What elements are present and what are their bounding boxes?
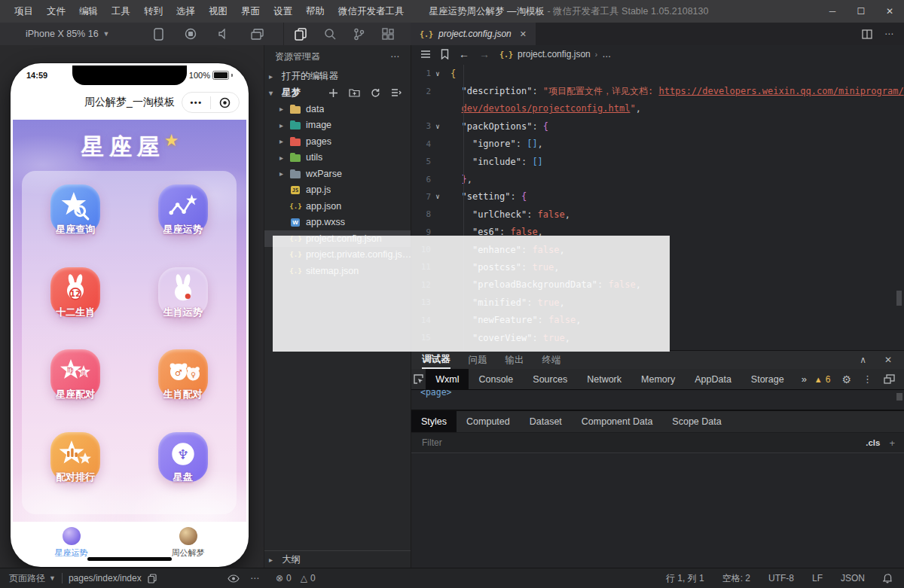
feature-constellation-query[interactable]: 星座查询 [22,184,130,256]
split-editor-icon[interactable] [862,29,872,39]
elements-scrollbar-thumb[interactable] [896,393,902,401]
code-line-2-wrap[interactable]: dev/devtools/projectconfig.html", [411,100,904,117]
debugger-tab-1[interactable]: 问题 [469,351,487,369]
menu-item-5[interactable]: 选择 [170,5,202,18]
language-mode[interactable]: JSON [841,573,865,583]
feature-zodiac-match[interactable]: ♂♀ 生肖配对 [130,349,237,421]
code-line-6[interactable]: 6 }, [411,170,904,187]
code-line-5[interactable]: 5 "include": [] [411,153,904,170]
sound-icon[interactable] [218,29,230,39]
fold-icon[interactable]: ∨ [431,123,444,130]
tab-project-config-json[interactable]: {.} project.config.json ✕ [411,23,536,45]
feature-zodiac-fortune[interactable]: 生肖运势 [130,267,237,339]
menu-item-3[interactable]: 工具 [105,5,137,18]
feature-match-ranking[interactable]: 配对排行 [22,432,130,504]
style-tab-3[interactable]: Component Data [572,411,663,432]
devtools-tab-appdata[interactable]: AppData [685,369,741,389]
fold-icon[interactable]: ∨ [431,70,444,78]
more-actions-icon[interactable]: ⋯ [884,29,893,39]
explorer-item-6[interactable]: app.json [264,198,411,215]
feature-twelve-zodiac[interactable]: 12 十二生肖 [22,267,130,339]
menu-item-7[interactable]: 界面 [234,5,267,18]
explorer-item-4[interactable]: ▸wxParse [264,166,411,182]
open-editors-section[interactable]: ▸ 打开的编辑器 [264,68,411,84]
page-path-selector[interactable]: 页面路径 ▼ [9,572,56,585]
refresh-icon[interactable] [371,88,380,98]
new-style-rule-button[interactable]: + [889,437,895,449]
maximize-button[interactable]: ☐ [847,0,875,23]
devtools-tab-console[interactable]: Console [469,369,523,389]
code-line-8[interactable]: 8 "urlCheck": false, [411,206,904,223]
code-line-1[interactable]: 1∨{ [411,65,904,82]
debugger-tab-0[interactable]: 调试器 [422,351,450,369]
debugger-tab-2[interactable]: 输出 [505,351,524,369]
feature-constellation-fortune[interactable]: 星座运势 [130,184,237,256]
style-tab-4[interactable]: Scope Data [662,411,731,432]
encoding[interactable]: UTF-8 [768,573,794,583]
close-panel-icon[interactable]: ✕ [884,355,892,365]
undock-icon[interactable] [884,374,895,384]
eol-sequence[interactable]: LF [812,573,823,583]
style-tab-2[interactable]: Dataset [520,411,572,432]
files-icon[interactable] [295,28,307,41]
devtools-tab-memory[interactable]: Memory [631,369,685,389]
devtools-tab-wxml[interactable]: Wxml [426,369,469,389]
back-icon[interactable]: ← [459,48,469,60]
new-file-icon[interactable] [328,88,338,98]
bookmark-icon[interactable] [441,49,449,59]
style-tab-1[interactable]: Computed [457,411,520,432]
styles-filter-input[interactable] [420,437,866,449]
menu-item-0[interactable]: 项目 [8,5,40,18]
menu-item-1[interactable]: 文件 [40,5,72,18]
problems-counts[interactable]: ⊗ 0 △ 0 [264,573,316,583]
page-path-value[interactable]: pages/index/index [69,573,142,583]
kebab-menu-icon[interactable]: ⋮ [863,373,872,385]
explorer-item-1[interactable]: ▸image [264,117,411,134]
new-folder-icon[interactable] [349,88,360,97]
debugger-tab-3[interactable]: 终端 [542,351,561,369]
feature-astro-chart[interactable]: ♆ 星盘 [130,432,237,504]
device-selector[interactable]: iPhone X 85% 16 ▼ [0,29,110,39]
phone-icon[interactable] [154,28,163,41]
explorer-item-3[interactable]: ▸utils [264,150,411,166]
menu-item-2[interactable]: 编辑 [72,5,105,18]
menu-item-8[interactable]: 设置 [267,5,299,18]
element-node[interactable]: <page> [420,390,452,398]
minimize-button[interactable]: ─ [818,0,847,23]
menu-item-4[interactable]: 转到 [137,5,170,18]
gear-icon[interactable]: ⚙ [841,373,851,385]
menu-item-6[interactable]: 视图 [202,5,234,18]
breadcrumb-more[interactable]: … [602,49,611,59]
style-tab-0[interactable]: Styles [411,411,457,432]
project-root[interactable]: ▾ 星梦 [264,84,411,101]
breadcrumb[interactable]: {.} project.config.json › … [499,49,611,59]
eye-icon[interactable] [228,574,240,583]
fold-icon[interactable]: ∨ [431,193,444,200]
exit-target-button[interactable] [211,97,239,108]
more-status-icon[interactable]: ⋯ [250,573,259,583]
menu-item-10[interactable]: 微信开发者工具 [331,5,411,18]
explorer-more-icon[interactable]: ⋯ [390,51,400,62]
menu-item-9[interactable]: 帮助 [299,5,331,18]
code-line-4[interactable]: 4 "ignore": [], [411,136,904,153]
extensions-icon[interactable] [382,28,394,40]
git-branch-icon[interactable] [353,28,365,41]
close-button[interactable]: ✕ [875,0,904,23]
outline-section[interactable]: ▸ 大纲 [264,550,411,568]
code-line-7[interactable]: 7∨ "setting": { [411,188,904,206]
bell-icon[interactable] [883,574,892,583]
indentation[interactable]: 空格: 2 [722,572,750,585]
cursor-position[interactable]: 行 1, 列 1 [666,572,704,585]
collapse-all-icon[interactable] [391,88,402,97]
inspect-element-icon[interactable] [411,369,426,389]
feature-constellation-match[interactable]: ♍♏ 星座配对 [22,349,130,421]
toggle-class-button[interactable]: .cls [866,438,880,447]
code-line-2[interactable]: 2 "description": "项目配置文件，详见文档: https://d… [411,82,904,99]
explorer-item-2[interactable]: ▸pages [264,133,411,150]
record-icon[interactable] [185,28,197,40]
elements-tree[interactable]: <page> [411,390,904,411]
forward-icon[interactable]: → [479,48,490,60]
warning-count-badge[interactable]: ▲ 6 [814,374,831,385]
outline-list-icon[interactable] [420,50,431,59]
devtools-tab-network[interactable]: Network [577,369,631,389]
